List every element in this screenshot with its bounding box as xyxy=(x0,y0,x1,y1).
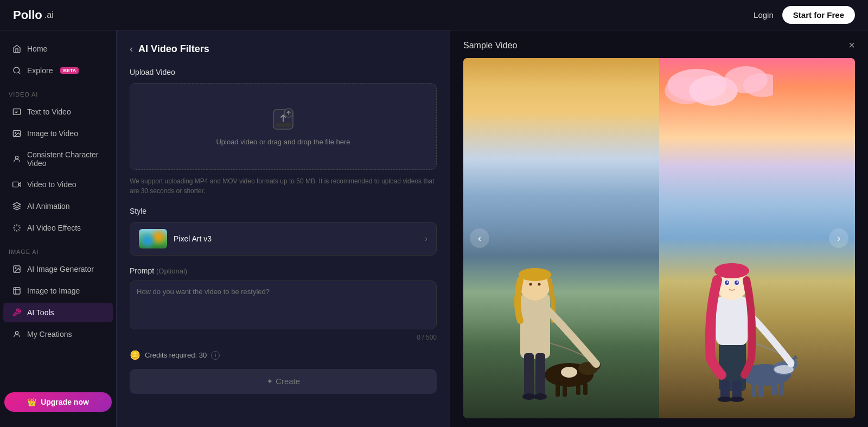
start-free-button[interactable]: Start for Free xyxy=(782,6,855,24)
sidebar-item-video-to-video[interactable]: Video to Video xyxy=(3,175,113,194)
svg-marker-44 xyxy=(793,355,797,359)
upload-hint: We support uploading MP4 and MOV video f… xyxy=(130,176,437,196)
svg-point-61 xyxy=(726,282,728,283)
text-video-icon xyxy=(12,107,22,117)
sidebar-item-ai-animation[interactable]: AI Animation xyxy=(3,196,113,216)
sidebar-item-label: Image to Image xyxy=(27,286,80,295)
person-original-svg xyxy=(477,196,607,402)
login-button[interactable]: Login xyxy=(754,10,774,20)
upload-text: Upload video or drag and drop the file h… xyxy=(216,138,350,146)
sidebar-item-label: Consistent Character Video xyxy=(27,150,104,168)
video-ai-section-label: Video AI xyxy=(0,87,116,100)
logo-suffix: .ai xyxy=(44,10,54,20)
char-video-icon xyxy=(12,154,22,164)
svg-rect-50 xyxy=(720,380,730,399)
svg-rect-22 xyxy=(583,383,588,395)
svg-line-1 xyxy=(18,72,20,74)
header-actions: Login Start for Free xyxy=(754,6,855,24)
panel-title: AI Video Filters xyxy=(138,43,209,55)
close-button[interactable]: × xyxy=(848,39,855,52)
sidebar-item-label: Home xyxy=(27,44,47,53)
image-ai-section-label: Image AI xyxy=(0,244,116,257)
credits-label: Credits required: 30 xyxy=(145,351,207,359)
nav-arrow-left[interactable]: ‹ xyxy=(470,228,489,248)
upgrade-label: Upgrade now xyxy=(41,398,89,406)
prompt-textarea[interactable] xyxy=(130,281,437,329)
sidebar-item-home[interactable]: Home xyxy=(3,39,113,59)
sidebar-item-ai-image-generator[interactable]: AI Image Generator xyxy=(3,259,113,279)
svg-point-27 xyxy=(522,393,535,400)
content-area: ‹ AI Video Filters Upload Video Upload v… xyxy=(117,30,868,427)
sidebar-item-label: Image to Video xyxy=(27,129,78,138)
svg-point-5 xyxy=(15,156,18,159)
tools-icon xyxy=(12,308,22,317)
svg-rect-51 xyxy=(732,380,742,399)
svg-rect-26 xyxy=(535,353,545,397)
image-video-icon xyxy=(12,129,22,138)
video-comparison: ‹ xyxy=(463,58,855,418)
upgrade-crown-icon: 👑 xyxy=(27,398,36,406)
nav-arrow-right[interactable]: › xyxy=(829,228,848,248)
svg-point-0 xyxy=(14,67,20,73)
img-img-icon xyxy=(12,286,22,296)
sidebar-item-label: Video to Video xyxy=(27,180,76,189)
left-panel: ‹ AI Video Filters Upload Video Upload v… xyxy=(117,30,450,427)
svg-rect-10 xyxy=(14,288,20,294)
style-section-label: Style xyxy=(130,207,437,215)
sidebar-item-my-creations[interactable]: My Creations xyxy=(3,324,113,344)
svg-rect-24 xyxy=(520,294,550,359)
sidebar: Home Explore BETA Video AI Text to Video… xyxy=(0,30,117,427)
svg-rect-2 xyxy=(13,109,20,115)
svg-rect-46 xyxy=(758,383,763,397)
panel-header: ‹ AI Video Filters xyxy=(130,43,437,55)
sidebar-item-image-to-video[interactable]: Image to Video xyxy=(3,124,113,143)
svg-marker-6 xyxy=(18,183,21,187)
credits-icon: 🪙 xyxy=(130,350,141,360)
sidebar-item-label: AI Tools xyxy=(27,308,54,317)
svg-point-32 xyxy=(538,283,540,286)
style-thumb-visual xyxy=(139,229,167,248)
svg-point-56 xyxy=(714,263,749,278)
sidebar-item-text-to-video[interactable]: Text to Video xyxy=(3,102,113,122)
header: Pollo.ai Login Start for Free xyxy=(0,0,868,30)
svg-rect-47 xyxy=(772,383,777,396)
prompt-optional: (Optional) xyxy=(156,267,187,275)
svg-rect-13 xyxy=(276,123,291,127)
style-preview: Pixel Art v3 xyxy=(139,229,212,248)
prompt-label: Prompt (Optional) xyxy=(130,266,437,275)
svg-point-30 xyxy=(519,268,551,281)
effects-icon xyxy=(12,223,22,233)
info-icon[interactable]: i xyxy=(211,351,220,360)
home-icon xyxy=(12,44,22,54)
sidebar-item-image-to-image[interactable]: Image to Image xyxy=(3,281,113,301)
right-panel: Sample Video × xyxy=(450,30,868,427)
svg-rect-20 xyxy=(563,383,567,397)
svg-rect-45 xyxy=(751,383,756,397)
svg-point-62 xyxy=(736,282,738,283)
upload-area[interactable]: Upload video or drag and drop the file h… xyxy=(130,83,437,170)
svg-point-11 xyxy=(15,332,18,334)
sidebar-item-consistent-character[interactable]: Consistent Character Video xyxy=(3,145,113,173)
video-original: ‹ xyxy=(463,58,659,418)
sidebar-item-ai-video-effects[interactable]: AI Video Effects xyxy=(3,218,113,238)
creations-icon xyxy=(12,329,22,339)
main-layout: Home Explore BETA Video AI Text to Video… xyxy=(0,30,868,427)
prompt-char-count: 0 / 500 xyxy=(417,334,437,341)
svg-rect-48 xyxy=(779,383,784,396)
svg-rect-7 xyxy=(13,182,18,187)
upload-section-label: Upload Video xyxy=(130,68,437,77)
explore-icon xyxy=(12,66,22,75)
logo-text: Pollo xyxy=(13,8,42,22)
svg-rect-21 xyxy=(576,383,580,395)
sidebar-item-ai-tools[interactable]: AI Tools xyxy=(3,303,113,322)
beta-badge: BETA xyxy=(60,67,79,74)
create-button[interactable]: ✦ Create xyxy=(130,369,437,394)
anime-clouds xyxy=(665,63,773,107)
back-button[interactable]: ‹ xyxy=(130,43,133,55)
chevron-right-icon: › xyxy=(425,234,427,244)
style-selector[interactable]: Pixel Art v3 › xyxy=(130,222,437,256)
sidebar-item-explore[interactable]: Explore BETA xyxy=(3,61,113,80)
svg-point-23 xyxy=(561,367,577,378)
svg-rect-25 xyxy=(524,353,534,397)
upgrade-button[interactable]: 👑 Upgrade now xyxy=(4,392,112,412)
